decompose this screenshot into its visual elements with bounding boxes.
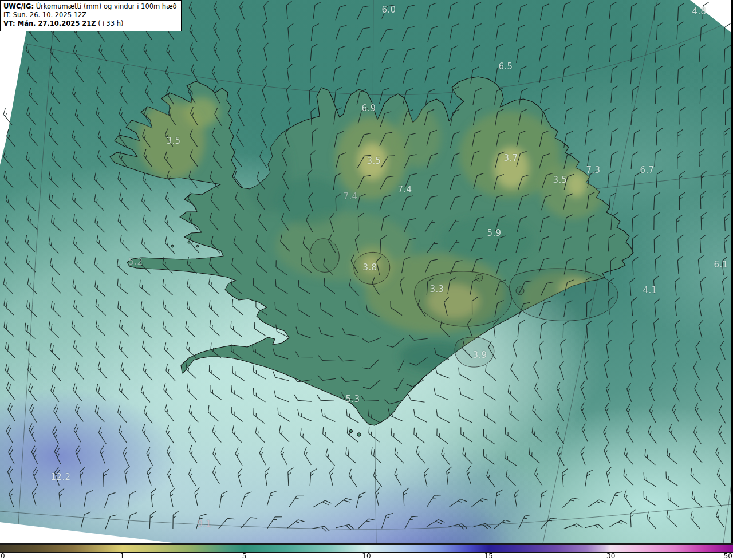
colorbar-tick-label: 1: [120, 552, 125, 560]
forecast-map: 6.04.86.56.93.53.53.77.36.73.57.47.45.95…: [0, 0, 731, 543]
colorbar: 01510153050: [0, 543, 733, 560]
boundary-wedge-bottom-left: [0, 522, 178, 543]
init-time: IT: Sun. 26. 10. 2025 12Z: [3, 11, 86, 19]
glacier-contour: [510, 269, 618, 321]
glacier-contour: [516, 287, 524, 295]
colorbar-tick-label: 10: [362, 552, 371, 560]
glacier-contour: [476, 274, 483, 281]
colorbar-tick-label: 5: [242, 552, 247, 560]
colorbar-tick-label: 30: [606, 552, 615, 560]
colorbar-tick-label: 50: [724, 552, 732, 560]
colorbar-tick-label: 15: [484, 552, 493, 560]
colorbar-gradient: [0, 543, 733, 553]
valid-offset: (+33 h): [98, 19, 123, 27]
glacier-contour: [354, 252, 390, 284]
glacier-contour: [455, 337, 494, 367]
valid-time: VT: Mán. 27.10.2025 21Z: [3, 19, 96, 27]
colorbar-tick-label: 0: [1, 552, 5, 560]
model-id: UWC/IG:: [3, 2, 34, 10]
title-box: UWC/IG: Úrkomumætti (mm) og vindur i 100…: [0, 0, 182, 31]
iceland-landmass: [110, 77, 633, 436]
title-line-product: UWC/IG: Úrkomumætti (mm) og vindur i 100…: [3, 2, 177, 11]
product-title: Úrkomumætti (mm) og vindur i 100m hæð: [36, 2, 177, 10]
title-line-valid: VT: Mán. 27.10.2025 21Z (+33 h): [3, 19, 177, 28]
colorbar-ticks: 01510153050: [0, 553, 733, 560]
map-geometry: [0, 0, 731, 543]
weather-chart: 6.04.86.56.93.53.53.77.36.73.57.47.45.95…: [0, 0, 733, 560]
boundary-wedge-top-right: [690, 0, 731, 33]
title-line-init: IT: Sun. 26. 10. 2025 12Z: [3, 11, 177, 19]
